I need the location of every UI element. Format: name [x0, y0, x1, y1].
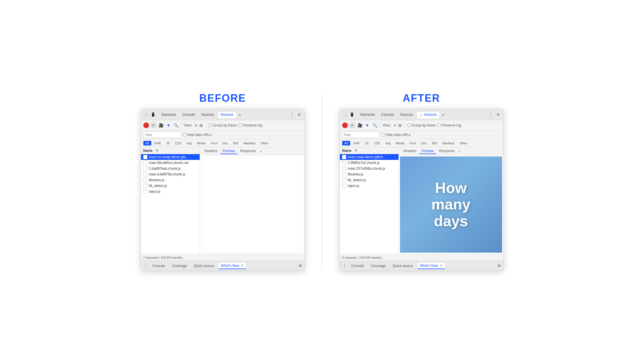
tab-more-after[interactable]: »: [441, 112, 446, 118]
type-other-before[interactable]: Other: [258, 141, 271, 145]
hide-data-urls-after[interactable]: Hide data URLs: [382, 133, 411, 137]
type-media-after[interactable]: Media: [394, 141, 407, 145]
file-item-4-after[interactable]: lib_detect.js: [340, 177, 399, 183]
drawer-tab-quicksource-after[interactable]: Quick source: [390, 263, 415, 269]
hide-data-urls-before[interactable]: Hide data URLs: [183, 133, 212, 137]
file-item-6-before[interactable]: inject.js: [141, 189, 200, 194]
filter-input-before[interactable]: [143, 132, 181, 138]
close-col-before[interactable]: ✕: [155, 148, 159, 153]
type-js-before[interactable]: JS: [164, 141, 172, 145]
drawer-close-before[interactable]: ✕: [298, 263, 302, 269]
tab-network-after[interactable]: ⚠ Network: [416, 111, 440, 118]
drawer-tab-console-before[interactable]: Console: [150, 263, 167, 269]
view-list-before[interactable]: ≡: [194, 123, 198, 128]
type-manifest-before[interactable]: Manifest: [241, 141, 258, 145]
tab-elements-after[interactable]: Elements: [358, 111, 378, 118]
type-js-after[interactable]: JS: [363, 141, 371, 145]
type-doc-before[interactable]: Doc: [220, 141, 230, 145]
tab-sources-before[interactable]: Sources: [199, 111, 217, 118]
type-xhr-after[interactable]: XHR: [351, 141, 362, 145]
tab-menu-after[interactable]: ⋮: [487, 111, 494, 118]
tab-more-before[interactable]: »: [237, 112, 243, 118]
preserve-log-checkbox-before[interactable]: [239, 124, 242, 127]
search-btn-before[interactable]: 🔍: [173, 122, 179, 128]
group-frame-after[interactable]: Group by frame: [407, 123, 436, 127]
drawer-close-tab-before[interactable]: ✕: [241, 264, 244, 268]
file-item-2-after[interactable]: main.257a366a.chunk.js: [340, 166, 399, 171]
preserve-log-before[interactable]: Preserve log: [239, 123, 262, 127]
file-item-3-after[interactable]: libraries.js: [340, 171, 399, 177]
screenshot-btn-after[interactable]: 🎥: [357, 122, 363, 128]
drawer-tab-coverage-before[interactable]: Coverage: [170, 263, 189, 269]
tab-network-before[interactable]: Network: [218, 111, 237, 118]
group-frame-checkbox-before[interactable]: [209, 124, 212, 127]
view-group-before[interactable]: ⊞: [199, 123, 204, 128]
file-item-0-after[interactable]: react-snap-demo.glitch...: [340, 154, 399, 160]
filter-input-after[interactable]: [342, 132, 380, 138]
search-btn-after[interactable]: 🔍: [372, 122, 378, 128]
inspector-icon-after[interactable]: ⬜: [342, 112, 347, 118]
file-item-5-before[interactable]: lib_detect.js: [141, 183, 200, 189]
screenshot-btn-before[interactable]: 🎥: [158, 122, 164, 128]
drawer-tab-quicksource-before[interactable]: Quick source: [192, 263, 216, 269]
type-img-after[interactable]: Img: [383, 141, 393, 145]
type-all-before[interactable]: All: [143, 141, 151, 145]
drawer-close-after[interactable]: ✕: [497, 263, 501, 269]
preserve-log-after[interactable]: Preserve log: [437, 123, 461, 127]
inspector-icon[interactable]: ⬜: [143, 112, 148, 118]
hide-data-urls-checkbox-before[interactable]: [183, 133, 186, 136]
file-item-5-after[interactable]: inject.js: [340, 183, 399, 189]
file-item-1-before[interactable]: main.80ca66ca.chunk.css: [141, 160, 200, 166]
file-item-1-after[interactable]: 2.9895a7a2.chunk.js: [340, 160, 399, 166]
detail-tab-headers-after[interactable]: Headers: [401, 148, 419, 154]
drawer-tab-whatsnew-after[interactable]: What's New ✕: [418, 263, 445, 269]
detail-tab-headers-before[interactable]: Headers: [202, 148, 220, 154]
tab-console-after[interactable]: Console: [378, 111, 397, 118]
drawer-tab-coverage-after[interactable]: Coverage: [369, 263, 388, 269]
file-item-3-before[interactable]: main.e3ef976b.chunk.js: [141, 171, 200, 177]
close-col-after[interactable]: ✕: [354, 148, 357, 153]
type-xhr-before[interactable]: XHR: [152, 141, 163, 145]
drawer-menu-before[interactable]: ⋮: [143, 263, 148, 269]
type-other-after[interactable]: Other: [457, 141, 470, 145]
type-doc-after[interactable]: Doc: [419, 141, 429, 145]
detail-tab-more-after[interactable]: »: [458, 149, 462, 153]
clear-btn-after[interactable]: ⊘: [350, 122, 355, 128]
drawer-tab-console-after[interactable]: Console: [349, 263, 366, 269]
hide-data-urls-checkbox-after[interactable]: [382, 133, 385, 136]
type-ws-before[interactable]: WS: [231, 141, 241, 145]
filter-btn-before[interactable]: ▼: [166, 122, 172, 128]
detail-tab-response-after[interactable]: Response: [437, 148, 457, 154]
view-list-after[interactable]: ≡: [393, 123, 397, 128]
file-item-2-before[interactable]: 2.dad97bab.chunk.js: [141, 166, 200, 171]
type-all-after[interactable]: All: [342, 141, 350, 145]
detail-tab-more-before[interactable]: »: [259, 149, 263, 153]
type-media-before[interactable]: Media: [195, 141, 208, 145]
record-btn-after[interactable]: [342, 122, 348, 128]
tab-menu-before[interactable]: ⋮: [288, 111, 295, 118]
preserve-log-checkbox-after[interactable]: [437, 124, 441, 127]
detail-tab-preview-after[interactable]: Preview: [419, 148, 436, 154]
file-item-0-before[interactable]: react-no-snap-demo.glit...: [141, 154, 200, 160]
type-css-after[interactable]: CSS: [371, 141, 383, 145]
clear-btn-before[interactable]: ⊘: [151, 122, 157, 128]
group-frame-before[interactable]: Group by frame: [209, 123, 237, 127]
device-icon-after[interactable]: 📱: [349, 112, 355, 118]
type-manifest-after[interactable]: Manifest: [440, 141, 457, 145]
tab-sources-after[interactable]: Sources: [397, 111, 416, 118]
tab-close-before[interactable]: ✕: [296, 112, 303, 118]
drawer-tab-whatsnew-before[interactable]: What's New ✕: [219, 263, 246, 269]
detail-tab-preview-before[interactable]: Preview: [220, 148, 237, 154]
file-item-4-before[interactable]: libraries.js: [141, 177, 200, 183]
record-btn-before[interactable]: [143, 122, 149, 128]
tab-close-after[interactable]: ✕: [495, 112, 502, 118]
group-frame-checkbox-after[interactable]: [407, 124, 411, 127]
filter-btn-after[interactable]: ▼: [365, 122, 370, 128]
type-font-before[interactable]: Font: [209, 141, 220, 145]
type-font-after[interactable]: Font: [407, 141, 418, 145]
drawer-menu-after[interactable]: ⋮: [342, 263, 347, 269]
type-ws-after[interactable]: WS: [430, 141, 439, 145]
tab-console-before[interactable]: Console: [180, 111, 198, 118]
tab-elements-before[interactable]: Elements: [159, 111, 179, 118]
view-group-after[interactable]: ⊞: [397, 123, 403, 128]
